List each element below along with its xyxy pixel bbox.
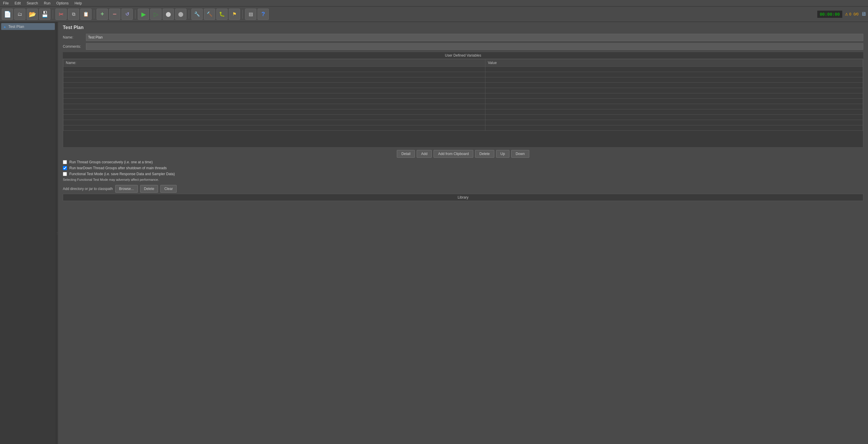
table-row bbox=[63, 99, 863, 104]
browse-button[interactable]: Browse... bbox=[115, 185, 138, 193]
error-area: 0/0 bbox=[854, 12, 859, 16]
delete-classpath-button[interactable]: Delete bbox=[140, 185, 158, 193]
table-row bbox=[63, 88, 863, 93]
sidebar: ▲ Test Plan bbox=[0, 22, 56, 444]
start-no-pause-button[interactable]: ▷ bbox=[150, 8, 161, 20]
menu-run[interactable]: Run bbox=[43, 1, 52, 6]
run-consecutively-checkbox[interactable] bbox=[63, 160, 67, 164]
toolbar-right: 00:00:00 ⚠ 0 0/0 🖥 bbox=[817, 10, 866, 18]
help-button[interactable]: ? bbox=[257, 8, 269, 20]
table-row bbox=[63, 83, 863, 88]
remote-start-button[interactable]: 🔧 bbox=[191, 8, 203, 20]
timer-display: 00:00:00 bbox=[817, 10, 842, 18]
remote-clear-button[interactable]: 🐛 bbox=[216, 8, 227, 20]
name-input[interactable] bbox=[86, 34, 863, 41]
name-label: Name: bbox=[63, 35, 84, 39]
menu-help[interactable]: Help bbox=[73, 1, 83, 6]
library-header: Library bbox=[63, 194, 863, 201]
error-count: 0/0 bbox=[854, 12, 859, 16]
functional-mode-checkbox[interactable] bbox=[63, 172, 67, 176]
classpath-row: Add directory or jar to classpath Browse… bbox=[63, 185, 863, 193]
remote-reset-button[interactable]: ⚑ bbox=[229, 8, 240, 20]
screen-icon: 🖥 bbox=[861, 11, 866, 17]
variables-table-container: Name: Value bbox=[63, 59, 863, 148]
run-teardown-label: Run tearDown Thread Groups after shutdow… bbox=[69, 166, 167, 170]
table-body bbox=[63, 67, 863, 131]
open-button[interactable]: 📂 bbox=[27, 8, 38, 20]
toolbar: 📄 🗂 📂 💾 ✂ ⧉ 📋 + − ↺ ▶ ▷ ⬤ ⬤ 🔧 🔨 🐛 ⚑ ▤ ? … bbox=[0, 6, 868, 22]
comments-input[interactable] bbox=[86, 43, 863, 50]
new-button[interactable]: 📄 bbox=[2, 8, 13, 20]
detail-button[interactable]: Detail bbox=[397, 150, 415, 158]
table-row bbox=[63, 93, 863, 99]
run-consecutively-label: Run Thread Groups consecutively (i.e. on… bbox=[69, 160, 153, 164]
table-row bbox=[63, 77, 863, 83]
sidebar-item-label: Test Plan bbox=[8, 24, 24, 29]
add-element-button[interactable]: + bbox=[97, 8, 108, 20]
col-value: Value bbox=[486, 59, 863, 67]
functional-mode-label: Functional Test Mode (i.e. save Response… bbox=[69, 172, 175, 176]
copy-button[interactable]: ⧉ bbox=[68, 8, 79, 20]
shutdown-button[interactable]: ⬤ bbox=[175, 8, 186, 20]
functional-mode-row: Functional Test Mode (i.e. save Response… bbox=[63, 172, 863, 176]
table-row bbox=[63, 104, 863, 109]
menu-search[interactable]: Search bbox=[26, 1, 39, 6]
variables-section: User Defined Variables Name: Value bbox=[63, 52, 863, 148]
function-helper-button[interactable]: ▤ bbox=[245, 8, 256, 20]
variables-section-title: User Defined Variables bbox=[63, 52, 863, 59]
add-from-clipboard-button[interactable]: Add from Clipboard bbox=[434, 150, 473, 158]
menu-file[interactable]: File bbox=[2, 1, 10, 6]
warning-area: ⚠ 0 bbox=[845, 12, 851, 16]
content-panel: Test Plan Name: Comments: User Defined V… bbox=[58, 22, 868, 444]
templates-button[interactable]: 🗂 bbox=[14, 8, 26, 20]
down-button[interactable]: Down bbox=[511, 150, 529, 158]
delete-variable-button[interactable]: Delete bbox=[475, 150, 494, 158]
sidebar-item-test-plan[interactable]: ▲ Test Plan bbox=[1, 23, 55, 30]
clear-element-button[interactable]: ↺ bbox=[122, 8, 133, 20]
col-name: Name: bbox=[63, 59, 486, 67]
warning-icon: ⚠ bbox=[845, 12, 848, 16]
functional-warning: Selecting Functional Test Mode may adver… bbox=[63, 178, 863, 181]
comments-label: Comments: bbox=[63, 45, 84, 49]
sep3 bbox=[135, 10, 135, 19]
cut-button[interactable]: ✂ bbox=[55, 8, 67, 20]
menu-edit[interactable]: Edit bbox=[13, 1, 22, 6]
table-row bbox=[63, 67, 863, 72]
table-row bbox=[63, 109, 863, 115]
remote-stop-button[interactable]: 🔨 bbox=[204, 8, 215, 20]
variables-table: Name: Value bbox=[63, 59, 863, 131]
sep5 bbox=[242, 10, 243, 19]
table-row bbox=[63, 72, 863, 77]
table-row bbox=[63, 120, 863, 125]
up-button[interactable]: Up bbox=[496, 150, 509, 158]
remove-element-button[interactable]: − bbox=[109, 8, 120, 20]
classpath-label: Add directory or jar to classpath bbox=[63, 187, 113, 191]
run-teardown-checkbox[interactable] bbox=[63, 166, 67, 170]
paste-button[interactable]: 📋 bbox=[80, 8, 92, 20]
panel-title: Test Plan bbox=[63, 25, 863, 30]
table-action-buttons: Detail Add Add from Clipboard Delete Up … bbox=[63, 150, 863, 158]
sep2 bbox=[94, 10, 94, 19]
warning-count: 0 bbox=[849, 12, 851, 16]
run-consecutively-row: Run Thread Groups consecutively (i.e. on… bbox=[63, 160, 863, 164]
test-plan-icon: ▲ bbox=[3, 25, 6, 29]
comments-row: Comments: bbox=[63, 43, 863, 50]
table-row bbox=[63, 115, 863, 120]
menu-bar: File Edit Search Run Options Help bbox=[0, 0, 868, 6]
add-variable-button[interactable]: Add bbox=[417, 150, 432, 158]
name-row: Name: bbox=[63, 34, 863, 41]
clear-classpath-button[interactable]: Clear bbox=[160, 185, 177, 193]
table-row bbox=[63, 125, 863, 131]
sep4 bbox=[189, 10, 189, 19]
save-button[interactable]: 💾 bbox=[39, 8, 51, 20]
start-button[interactable]: ▶ bbox=[138, 8, 149, 20]
run-teardown-row: Run tearDown Thread Groups after shutdow… bbox=[63, 166, 863, 170]
main-area: ▲ Test Plan ⋮ Test Plan Name: Comments: … bbox=[0, 22, 868, 444]
stop-button[interactable]: ⬤ bbox=[163, 8, 174, 20]
menu-options[interactable]: Options bbox=[55, 1, 70, 6]
